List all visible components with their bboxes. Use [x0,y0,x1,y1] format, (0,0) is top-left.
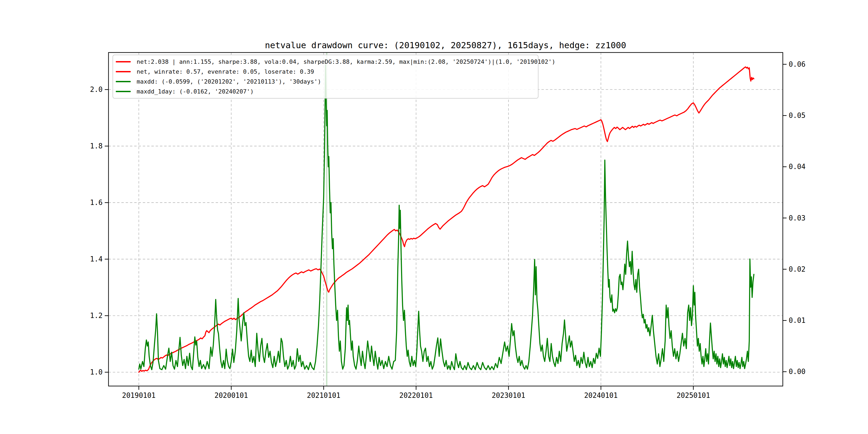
y-left-tick-label: 1.6 [90,198,103,207]
legend-item-net-stats: net:2.038 | ann:1.155, sharpe:3.88, vola… [116,57,535,67]
x-tick-label: 20200101 [215,392,248,399]
y-right-tick-label: 0.03 [789,214,806,222]
y-left-tick-label: 1.2 [90,312,103,320]
x-tick-label: 20230101 [492,392,525,399]
y-right-tick-label: 0.06 [789,60,806,68]
chart-title: netvalue drawdown curve: (20190102, 2025… [265,40,626,50]
legend: net:2.038 | ann:1.155, sharpe:3.88, vola… [113,55,538,99]
drawdown-line-swatch [116,91,131,92]
y-left-tick-label: 1.8 [90,142,103,150]
legend-item-label: maxdd_1day: (-0.0162, '20240207') [136,88,254,95]
x-tick-label: 20210101 [307,392,341,399]
y-left-tick-label: 2.0 [90,86,103,93]
legend-item-label: net, winrate: 0.57, evenrate: 0.05, lose… [136,68,314,75]
legend-item-maxdd: maxdd: (-0.0599, ('20201202', '20210113'… [116,77,535,87]
legend-item-maxdd-1day: maxdd_1day: (-0.0162, '20240207') [116,87,535,96]
legend-item-label: net:2.038 | ann:1.155, sharpe:3.88, vola… [136,58,555,65]
figure: 2019010120200101202101012022010120230101… [0,0,868,434]
net-line-swatch [116,61,131,62]
x-tick-label: 20190101 [122,392,156,399]
y-right-tick-label: 0.00 [789,368,806,376]
y-right-tick-label: 0.05 [789,112,806,120]
legend-item-label: maxdd: (-0.0599, ('20201202', '20210113'… [136,78,321,85]
x-tick-label: 20240101 [584,392,618,399]
y-right-tick-label: 0.01 [789,316,806,324]
y-right-tick-label: 0.02 [789,265,806,273]
net-line-swatch [116,71,131,72]
y-left-tick-label: 1.4 [90,255,103,263]
x-tick-label: 20250101 [677,392,710,399]
legend-item-net-rates: net, winrate: 0.57, evenrate: 0.05, lose… [116,67,535,76]
y-left-tick-label: 1.0 [90,368,103,376]
x-tick-label: 20220101 [399,392,433,399]
drawdown-line-swatch [116,81,131,82]
y-right-tick-label: 0.04 [789,163,806,170]
